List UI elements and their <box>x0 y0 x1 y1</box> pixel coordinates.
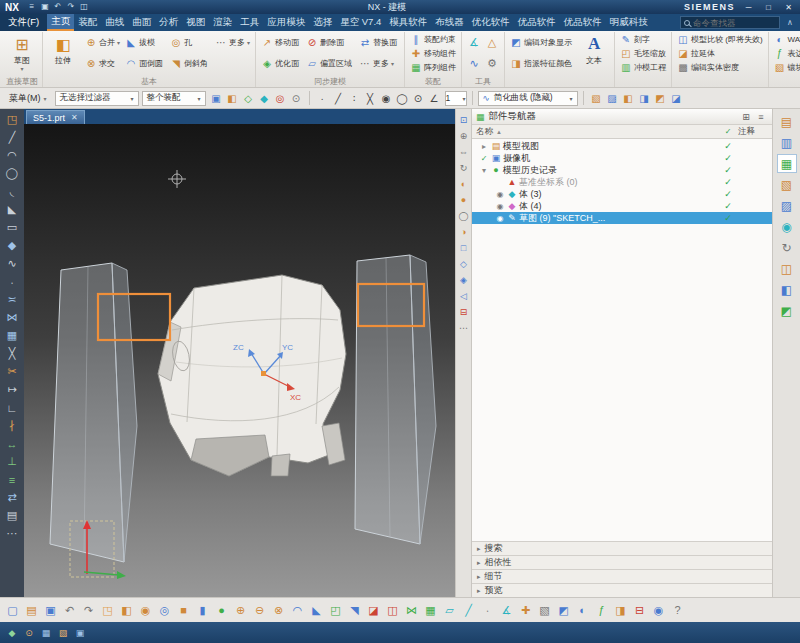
tab-mold-software[interactable]: 模具软件 <box>385 14 431 31</box>
dock-revolve-icon[interactable]: ◉ <box>137 602 154 619</box>
studio-spline-icon[interactable]: ∿ <box>3 255 21 272</box>
history-icon[interactable]: ↻ <box>777 238 797 257</box>
dock-unite-icon[interactable]: ⊕ <box>232 602 249 619</box>
utilities-button[interactable]: ⚙ <box>483 53 501 74</box>
snap-center-icon[interactable]: ◉ <box>379 91 394 106</box>
navigator-export-icon[interactable]: ⊞ <box>739 112 753 122</box>
top-preset-icon[interactable]: ◧ <box>621 91 636 106</box>
tree-row[interactable]: ◉ ◆ 体 (4) ✓ <box>472 200 772 212</box>
tab-surface[interactable]: 曲面 <box>128 14 155 31</box>
tab-mingwei[interactable]: 明威科技 <box>606 14 652 31</box>
tab-curve[interactable]: 曲线 <box>101 14 128 31</box>
graphics-window[interactable]: ZC YC XC <box>24 124 455 597</box>
section-analysis-button[interactable]: △ <box>483 32 501 53</box>
isometric-view-icon[interactable]: ◈ <box>457 273 471 286</box>
intersection-point-icon[interactable]: ╳ <box>3 345 21 362</box>
measure-button[interactable]: ∡ <box>465 32 483 53</box>
offset-curve-icon[interactable]: ≍ <box>3 291 21 308</box>
select-edge-icon[interactable]: ◇ <box>241 91 256 106</box>
front-view-icon[interactable]: □ <box>457 241 471 254</box>
dock-save-icon[interactable]: ▣ <box>42 602 59 619</box>
corner-icon[interactable]: ∟ <box>3 399 21 416</box>
chamfer-icon[interactable]: ◣ <box>3 201 21 218</box>
curve-rule-dropdown[interactable]: ∿ 简化曲线 (隐藏) ▾ <box>478 91 578 106</box>
snap-quadrant-icon[interactable]: ◯ <box>395 91 410 106</box>
minimize-button[interactable]: ─ <box>742 3 755 12</box>
dock-chamfer-icon[interactable]: ◣ <box>308 602 325 619</box>
tab-youhua[interactable]: 优化软件 <box>468 14 514 31</box>
menu-button[interactable]: 菜单(M) ▾ <box>4 91 52 106</box>
tab-xingkong[interactable]: 星空 V7.4 <box>336 14 385 31</box>
wave-geometry-linker-button[interactable]: ◐ WAVE 几何链接器 <box>772 32 800 46</box>
extend-curve-icon[interactable]: ↦ <box>3 381 21 398</box>
process-studio-icon[interactable]: ◫ <box>777 259 797 278</box>
selection-scope-dropdown[interactable]: 整个装配 ▾ <box>142 91 206 106</box>
unite-button[interactable]: ⊕ 合并 ▾ <box>83 32 122 53</box>
dock-measure-icon[interactable]: ∡ <box>498 602 515 619</box>
draft-button[interactable]: ◣ 拔模 <box>123 32 167 53</box>
tree-row[interactable]: ◉ ✎ 草图 (9) "SKETCH_... ✓ <box>472 212 772 224</box>
dock-subtract-icon[interactable]: ⊖ <box>251 602 268 619</box>
engrave-button[interactable]: ✎ 刻字 <box>618 32 668 46</box>
curve-analysis-button[interactable]: ∿ <box>465 53 483 74</box>
top-view-icon[interactable]: ◇ <box>457 257 471 270</box>
expander-icon[interactable]: ▸ <box>478 142 490 151</box>
tab-selection[interactable]: 选择 <box>309 14 336 31</box>
assembly-constraints-button[interactable]: ∥ 装配约束 <box>408 32 458 46</box>
trim-recipe-icon[interactable]: ✂ <box>3 363 21 380</box>
dock-redo-icon[interactable]: ↷ <box>80 602 97 619</box>
part-tab[interactable]: S5-1.prt ✕ <box>26 110 85 124</box>
selection-settings-icon[interactable]: ⊙ <box>289 91 304 106</box>
delete-face-button[interactable]: ⊘ 删除面 <box>304 32 356 53</box>
dock-expressions-icon[interactable]: ƒ <box>593 602 610 619</box>
polygon-icon[interactable]: ◆ <box>3 237 21 254</box>
tab-view[interactable]: 视图 <box>182 14 209 31</box>
more-button[interactable]: ⋯ 更多 ▾ <box>213 32 252 53</box>
pattern-component-button[interactable]: ▦ 阵列组件 <box>408 60 458 74</box>
expander-icon[interactable]: ▾ <box>478 166 490 175</box>
assembly-navigator-icon[interactable]: ▤ <box>777 112 797 131</box>
dock-mirror-icon[interactable]: ⋈ <box>403 602 420 619</box>
point-icon[interactable]: ∙ <box>3 273 21 290</box>
selection-count-box[interactable]: 1 ▾ <box>445 91 467 106</box>
text-button[interactable]: A 文本 <box>577 32 611 66</box>
redo-icon[interactable]: ↷ <box>65 1 77 13</box>
model-compare-button[interactable]: ◫ 模型比较 (即将失效) <box>675 32 765 46</box>
trimetric-preset-icon[interactable]: ◪ <box>669 91 684 106</box>
rectangle-icon[interactable]: ▭ <box>3 219 21 236</box>
rapid-dimension-icon[interactable]: ↔ <box>3 435 21 452</box>
snap-existing-point-icon[interactable]: ⊙ <box>411 91 426 106</box>
studio-render-icon[interactable]: ◑ <box>457 225 471 238</box>
dock-extrude-icon[interactable]: ◧ <box>118 602 135 619</box>
replace-face-button[interactable]: ⇄ 替换面 <box>357 32 401 53</box>
intersect-button[interactable]: ⊗ 求交 <box>83 53 122 74</box>
optimize-face-button[interactable]: ◈ 优化面 <box>259 53 303 74</box>
tree-row[interactable]: ✓ ▣ 摄像机 ✓ <box>472 152 772 164</box>
status-snap-icon[interactable]: ⊙ <box>22 626 36 640</box>
make-symmetric-icon[interactable]: ≡ <box>3 471 21 488</box>
tab-home[interactable]: 主页 <box>47 14 74 31</box>
line-icon[interactable]: ╱ <box>3 129 21 146</box>
blank-scale-button[interactable]: ◰ 毛坯缩放 <box>618 46 668 60</box>
wireframe-preset-icon[interactable]: ▨ <box>605 91 620 106</box>
switch-window-icon[interactable]: ◫ <box>78 1 90 13</box>
sketch-button[interactable]: ⊞ 草图 ▾ <box>5 32 39 72</box>
app-menu-icon[interactable]: ≡ <box>26 1 38 13</box>
select-top-icon[interactable]: ▣ <box>209 91 224 106</box>
dock-layer-settings-icon[interactable]: ▧ <box>536 602 553 619</box>
dock-help-icon[interactable]: ? <box>669 602 686 619</box>
sync-more-button[interactable]: ⋯ 更多 ▾ <box>357 53 401 74</box>
select-face-icon[interactable]: ◧ <box>225 91 240 106</box>
tree-row[interactable]: ◉ ◆ 体 (3) ✓ <box>472 188 772 200</box>
mirror-curve-icon[interactable]: ⋈ <box>3 309 21 326</box>
status-layer-icon[interactable]: ▧ <box>56 626 70 640</box>
move-component-button[interactable]: ✚ 移动组件 <box>408 46 458 60</box>
left-view-icon[interactable]: ◁ <box>457 289 471 302</box>
pattern-curve-icon[interactable]: ▦ <box>3 327 21 344</box>
tab-analysis[interactable]: 分析 <box>155 14 182 31</box>
dock-sphere-icon[interactable]: ● <box>213 602 230 619</box>
tab-application[interactable]: 应用模块 <box>263 14 309 31</box>
dock-cylinder-icon[interactable]: ▮ <box>194 602 211 619</box>
tab-router[interactable]: 布线器 <box>431 14 468 31</box>
move-face-button[interactable]: ↗ 移动面 <box>259 32 303 53</box>
